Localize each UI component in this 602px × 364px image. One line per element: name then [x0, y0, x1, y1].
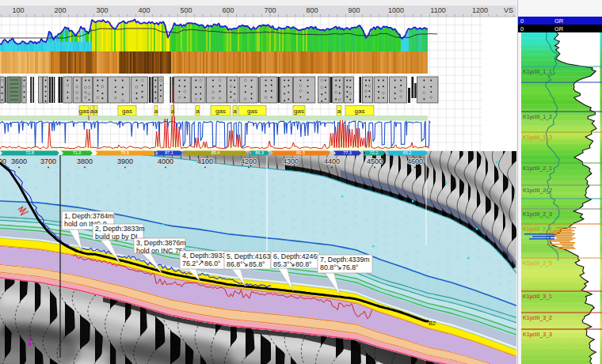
- svg-text:77.3: 77.3: [343, 150, 352, 155]
- svg-text:4100: 4100: [197, 157, 213, 165]
- svg-text:gas: gas: [215, 108, 226, 115]
- svg-text:gas: gas: [355, 108, 365, 115]
- svg-text:3, Depth:3876m: 3, Depth:3876m: [136, 239, 186, 247]
- svg-text:K1ycIII_3_3: K1ycIII_3_3: [523, 332, 552, 338]
- svg-text:gas: gas: [79, 108, 90, 115]
- svg-text:6, Depth:4246m: 6, Depth:4246m: [273, 252, 323, 260]
- svg-text:4400: 4400: [324, 157, 340, 165]
- svg-text:5, Depth:4163m: 5, Depth:4163m: [227, 252, 276, 260]
- svg-text:65.2: 65.2: [403, 150, 412, 155]
- svg-text:75.9: 75.9: [120, 150, 129, 155]
- svg-text:K1ycIII_1_1: K1ycIII_1_1: [523, 69, 552, 75]
- svg-text:K1ycIII_2_2: K1ycIII_2_2: [523, 188, 552, 194]
- svg-text:85.8°: 85.8°: [249, 260, 265, 268]
- svg-text:0: 0: [520, 17, 524, 25]
- svg-text:87.1: 87.1: [165, 150, 173, 155]
- svg-text:GR: GR: [554, 25, 564, 32]
- svg-text:gas: gas: [122, 108, 132, 115]
- svg-text:80.3: 80.3: [296, 150, 305, 155]
- svg-text:a: a: [154, 108, 158, 115]
- svg-text:86.0°: 86.0°: [204, 260, 221, 267]
- svg-text:4600: 4600: [407, 157, 423, 165]
- svg-text:76.8°: 76.8°: [342, 264, 359, 271]
- svg-text:K1ycIII_3_1: K1ycIII_3_1: [523, 294, 552, 300]
- svg-text:71.0: 71.0: [73, 150, 82, 155]
- svg-text:a: a: [337, 108, 341, 115]
- svg-text:4, Depth:3933: 4, Depth:3933: [182, 252, 226, 260]
- svg-text:80.8°: 80.8°: [320, 264, 337, 271]
- svg-text:gas: gas: [247, 108, 257, 115]
- svg-text:K1ycIII_1_2: K1ycIII_1_2: [523, 114, 552, 120]
- svg-text:85.3°: 85.3°: [273, 260, 290, 268]
- svg-text:a: a: [233, 108, 237, 115]
- svg-text:3700: 3700: [40, 157, 56, 165]
- svg-text:K1ycIII_2_1: K1ycIII_2_1: [523, 165, 552, 172]
- svg-text:hold on INC 75°: hold on INC 75°: [136, 247, 185, 255]
- svg-text:K1ycIII_2_4: K1ycIII_2_4: [523, 226, 552, 233]
- svg-text:VS: VS: [504, 6, 513, 14]
- svg-text:4300: 4300: [283, 157, 299, 165]
- svg-text:3800: 3800: [77, 157, 93, 165]
- svg-text:4200: 4200: [241, 157, 257, 165]
- svg-text:3900: 3900: [117, 157, 133, 165]
- svg-text:a: a: [171, 108, 175, 115]
- svg-text:a: a: [196, 108, 200, 115]
- svg-text:4000: 4000: [158, 157, 173, 165]
- svg-text:72.2: 72.2: [370, 150, 379, 155]
- svg-text:1, Depth:3784m: 1, Depth:3784m: [64, 212, 114, 220]
- svg-text:76.2°: 76.2°: [182, 260, 199, 267]
- svg-text:build up by DL: build up by DL: [95, 233, 139, 241]
- svg-text:3600: 3600: [11, 157, 27, 165]
- svg-text:gas: gas: [294, 108, 304, 115]
- svg-text:0: 0: [520, 25, 524, 32]
- svg-text:4500: 4500: [367, 157, 383, 165]
- svg-text:K1ycIII_3_2: K1ycIII_3_2: [523, 315, 552, 321]
- svg-text:K1ycIII_2_3: K1ycIII_2_3: [523, 211, 552, 218]
- svg-text:B2: B2: [429, 320, 436, 327]
- svg-text:K1ycIII_2_5: K1ycIII_2_5: [523, 260, 552, 267]
- svg-text:7, Depth:4339m: 7, Depth:4339m: [320, 256, 370, 264]
- svg-text:a: a: [94, 108, 98, 115]
- svg-text:86.3: 86.3: [255, 150, 264, 155]
- svg-text:72.8: 72.8: [25, 150, 34, 155]
- svg-text:K1ycIII_1_3: K1ycIII_1_3: [523, 135, 552, 141]
- svg-text:2, Depth:3833m: 2, Depth:3833m: [95, 225, 145, 233]
- svg-text:80.8°: 80.8°: [295, 260, 312, 268]
- svg-text:86.8°: 86.8°: [227, 260, 243, 268]
- svg-text:GR: GR: [554, 17, 564, 25]
- svg-text:85.4: 85.4: [211, 150, 220, 155]
